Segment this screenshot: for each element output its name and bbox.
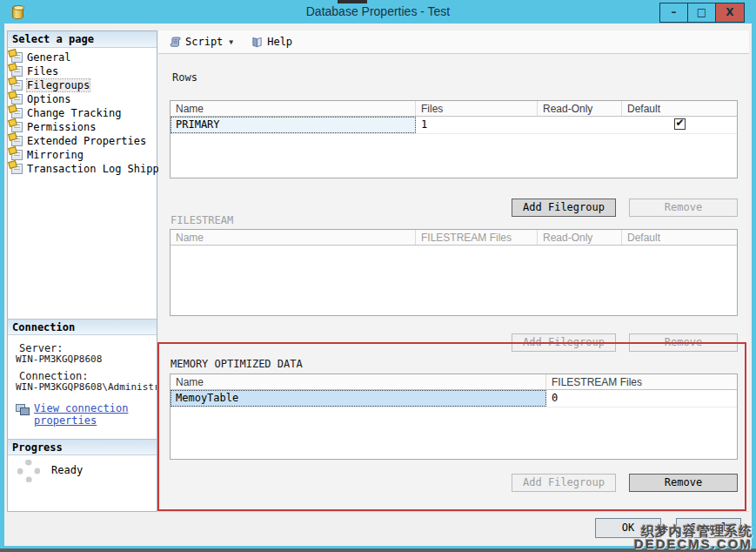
connection-label: Connection:	[19, 370, 88, 382]
view-connection-properties-link[interactable]: View connection properties	[34, 402, 137, 427]
column-header-files: Files	[416, 101, 538, 116]
column-header-read-only: Read-Only	[538, 230, 622, 245]
dedecms-watermark: 织梦内容管理系统 DEDECMS.COM	[634, 524, 753, 550]
watermark-line2: DEDECMS.COM	[634, 537, 753, 550]
progress-header: Progress	[8, 439, 157, 455]
progress-spinner-icon	[17, 460, 40, 482]
column-header-default: Default	[622, 101, 737, 116]
sidebar-item-label: Extended Properties	[27, 135, 146, 147]
column-header-name: Name	[171, 374, 546, 389]
add-filegroup-button-rows[interactable]: Add Filegroup	[512, 199, 616, 217]
script-dropdown-arrow-icon[interactable]: ▼	[229, 38, 233, 46]
help-label: Help	[267, 36, 292, 48]
filestream-table-header: Name FILESTREAM Files Read-Only Default	[171, 230, 737, 246]
server-value: WIN-PM3KGQP8608	[16, 353, 157, 365]
rows-section-label: Rows	[172, 71, 197, 84]
sidebar-item-mirroring[interactable]: Mirroring	[11, 148, 84, 161]
column-header-name: Name	[171, 230, 416, 245]
connection-properties-icon	[16, 404, 30, 415]
column-header-filestream-files: FILESTREAM Files	[416, 230, 538, 245]
connection-value: WIN-PM3KGQP8608\Administrat	[16, 381, 157, 393]
window-controls: – □ X	[659, 3, 745, 23]
default-checkbox[interactable]	[674, 118, 686, 130]
sidebar-item-label: Permissions	[27, 121, 96, 133]
add-filegroup-button-memory[interactable]: Add Filegroup	[512, 474, 616, 492]
filegroup-name-cell[interactable]: PRIMARY	[171, 117, 416, 133]
progress-status: Ready	[51, 464, 83, 476]
page-icon	[11, 150, 23, 160]
sidebar-item-extended-properties[interactable]: Extended Properties	[11, 134, 146, 147]
filegroup-name-cell[interactable]: MemoyTable	[171, 390, 546, 407]
column-header-filestream-files: FILESTREAM Files	[546, 374, 737, 389]
remove-button-filestream[interactable]: Remove	[629, 333, 738, 352]
database-properties-dialog: Database Properties - Test – □ X Select …	[0, 0, 756, 552]
table-row-memoytable: MemoyTable 0	[171, 390, 737, 407]
screen-artifact	[338, 0, 367, 3]
help-button[interactable]: Help	[245, 34, 298, 50]
window-title: Database Properties - Test	[0, 0, 756, 24]
sidebar-item-label: General	[27, 51, 71, 64]
page-icon	[11, 122, 23, 132]
page-icon	[11, 136, 23, 146]
close-button[interactable]: X	[716, 3, 744, 22]
remove-button-memory[interactable]: Remove	[629, 474, 738, 492]
page-icon	[11, 94, 23, 104]
toolbar: Script ▼ Help	[158, 30, 749, 54]
filestream-table: Name FILESTREAM Files Read-Only Default	[170, 229, 738, 316]
page-icon	[11, 80, 23, 91]
titlebar: Database Properties - Test – □ X	[0, 0, 756, 24]
minimize-button[interactable]: –	[660, 3, 688, 22]
sidebar-item-general[interactable]: General	[11, 50, 71, 64]
column-header-read-only: Read-Only	[538, 101, 622, 116]
page-icon	[11, 52, 23, 63]
sidebar-item-filegroups[interactable]: Filegroups	[11, 78, 90, 91]
memory-optimized-table-header: Name FILESTREAM Files	[171, 374, 737, 390]
sidebar-item-label: Transaction Log Shipping	[27, 163, 177, 175]
memory-optimized-table: Name FILESTREAM Files MemoyTable 0	[170, 374, 738, 460]
connection-header: Connection	[8, 319, 157, 335]
table-row-primary: PRIMARY 1	[171, 117, 737, 134]
watermark-line1: 织梦内容管理系统	[634, 524, 753, 537]
rows-table-header: Name Files Read-Only Default	[171, 101, 737, 117]
dialog-content: Select a page General Files Filegroups O…	[4, 24, 752, 546]
sidebar-item-label: Options	[27, 93, 71, 105]
script-icon	[169, 36, 182, 49]
column-header-name: Name	[171, 101, 416, 116]
select-a-page-header: Select a page	[8, 31, 157, 48]
sidebar-item-label: Filegroups	[27, 79, 90, 91]
sidebar-item-change-tracking[interactable]: Change Tracking	[11, 106, 121, 119]
page-icon	[11, 108, 23, 118]
script-button[interactable]: Script ▼	[164, 34, 238, 50]
sidebar-item-files[interactable]: Files	[11, 64, 58, 77]
sidebar-item-transaction-log-shipping[interactable]: Transaction Log Shipping	[11, 162, 177, 175]
script-label: Script	[185, 36, 223, 48]
sidebar-item-label: Files	[27, 65, 58, 77]
maximize-button[interactable]: □	[688, 3, 716, 22]
sidebar: Select a page General Files Filegroups O…	[7, 30, 157, 512]
sidebar-item-label: Change Tracking	[27, 107, 121, 119]
default-cell	[622, 117, 737, 133]
filegroups-page: Rows Name Files Read-Only Default PRIMAR…	[158, 54, 749, 512]
filestream-section-label: FILESTREAM	[171, 214, 233, 226]
page-icon	[11, 66, 23, 77]
sidebar-item-permissions[interactable]: Permissions	[11, 120, 96, 133]
page-icon	[11, 164, 23, 174]
help-book-icon	[251, 36, 264, 49]
remove-button-rows[interactable]: Remove	[629, 199, 738, 217]
filestream-files-cell: 0	[546, 390, 737, 407]
sidebar-item-label: Mirroring	[27, 149, 84, 161]
rows-table: Name Files Read-Only Default PRIMARY 1	[170, 100, 738, 178]
server-label: Server:	[19, 342, 64, 354]
add-filegroup-button-filestream[interactable]: Add Filegroup	[512, 333, 616, 352]
column-header-default: Default	[622, 230, 737, 245]
sidebar-item-options[interactable]: Options	[11, 92, 71, 105]
memory-optimized-section-label: MEMORY OPTIMIZED DATA	[171, 358, 303, 370]
files-count-cell: 1	[416, 117, 538, 133]
read-only-cell	[538, 117, 622, 133]
